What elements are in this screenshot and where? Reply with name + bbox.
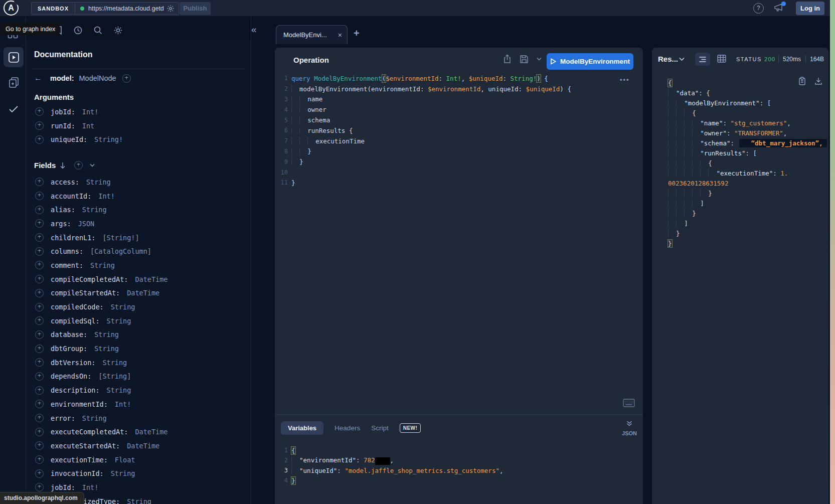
run-operation-button[interactable]: ModelByEnvironment bbox=[547, 53, 633, 70]
add-field-icon[interactable]: + bbox=[35, 261, 44, 269]
field-type[interactable]: DateTime bbox=[135, 275, 168, 283]
field-type[interactable]: Float bbox=[115, 456, 135, 464]
field-type[interactable]: DateTime bbox=[127, 289, 159, 297]
back-icon[interactable]: ← bbox=[34, 74, 42, 83]
save-menu-chevron-icon[interactable] bbox=[537, 57, 542, 61]
close-tab-icon[interactable]: × bbox=[338, 32, 342, 39]
login-button[interactable]: Log in bbox=[796, 2, 824, 15]
field-type[interactable]: String bbox=[107, 317, 131, 325]
add-field-icon[interactable]: + bbox=[122, 74, 131, 83]
field-type[interactable]: String bbox=[82, 414, 107, 422]
sidebar-item-checks[interactable] bbox=[8, 103, 20, 115]
field-type[interactable]: String bbox=[94, 330, 119, 339]
breadcrumb-type-link[interactable]: ModelNode bbox=[79, 74, 116, 82]
add-field-icon[interactable]: + bbox=[35, 428, 44, 436]
apollo-logo[interactable]: A bbox=[4, 1, 19, 16]
variables-editor[interactable]: 1{2 "environmentId": 782 ,3 "uniqueId": … bbox=[275, 445, 643, 485]
tab-headers[interactable]: Headers bbox=[335, 424, 360, 432]
field-type[interactable]: [String!] bbox=[102, 234, 139, 242]
add-all-fields-icon[interactable]: + bbox=[74, 161, 83, 170]
search-icon[interactable] bbox=[93, 26, 103, 35]
schema-field-row[interactable]: +compiledCode:String bbox=[34, 300, 245, 314]
field-type[interactable]: String bbox=[94, 345, 119, 353]
schema-field-row[interactable]: +database:String bbox=[34, 328, 245, 342]
schema-field-row[interactable]: +access:String bbox=[34, 175, 245, 189]
schema-field-row[interactable]: +error:String bbox=[34, 411, 245, 425]
history-icon[interactable] bbox=[73, 26, 83, 35]
add-field-icon[interactable]: + bbox=[35, 135, 44, 144]
response-panel-title[interactable]: Res... bbox=[658, 55, 678, 63]
sidebar-item-explorer[interactable] bbox=[4, 47, 24, 67]
schema-field-row[interactable]: +columns:[CatalogColumn] bbox=[34, 244, 245, 258]
schema-field-row[interactable]: +compileStartedAt:DateTime bbox=[34, 286, 245, 300]
schema-field-row[interactable]: +compileCompletedAt:DateTime bbox=[34, 272, 245, 286]
add-field-icon[interactable]: + bbox=[35, 441, 44, 450]
field-type[interactable]: Int! bbox=[115, 400, 131, 408]
field-type[interactable]: [String] bbox=[98, 372, 131, 380]
schema-field-row[interactable]: +compiledSql:String bbox=[34, 314, 245, 328]
schema-field-row[interactable]: +runId:Int bbox=[34, 119, 245, 133]
field-type[interactable]: String bbox=[127, 497, 151, 504]
add-field-icon[interactable]: + bbox=[35, 345, 44, 353]
schema-field-row[interactable]: +args:JSON bbox=[34, 217, 245, 231]
add-field-icon[interactable]: + bbox=[35, 469, 44, 478]
collapse-panel-icon[interactable] bbox=[626, 420, 633, 427]
schema-field-row[interactable]: +executeStartedAt:DateTime bbox=[34, 439, 245, 453]
add-field-icon[interactable]: + bbox=[35, 455, 44, 464]
new-tab-button[interactable]: + bbox=[354, 28, 360, 39]
add-field-icon[interactable]: + bbox=[35, 316, 44, 325]
publish-button[interactable]: Publish bbox=[180, 2, 211, 15]
chevron-down-icon[interactable] bbox=[90, 163, 95, 167]
field-type[interactable]: Int! bbox=[82, 483, 99, 491]
field-type[interactable]: DateTime bbox=[127, 442, 159, 450]
field-type[interactable]: String bbox=[90, 261, 115, 269]
add-field-icon[interactable]: + bbox=[35, 206, 44, 214]
add-field-icon[interactable]: + bbox=[35, 107, 44, 116]
response-viewer[interactable]: { "data": { "modelByEnvironment": [ { "n… bbox=[664, 78, 827, 248]
field-type[interactable]: String bbox=[111, 303, 135, 311]
schema-field-row[interactable]: +invocationId:String bbox=[34, 466, 245, 480]
add-field-icon[interactable]: + bbox=[35, 233, 44, 242]
endpoint-bar[interactable]: SANDBOX https://metadata.cloud.getd bbox=[31, 2, 179, 15]
add-field-icon[interactable]: + bbox=[35, 178, 44, 186]
add-field-icon[interactable]: + bbox=[35, 386, 44, 395]
response-menu-chevron-icon[interactable] bbox=[679, 57, 685, 61]
schema-field-row[interactable]: +dependsOn:[String] bbox=[34, 370, 245, 384]
field-type[interactable]: JSON bbox=[78, 220, 95, 228]
operation-tab[interactable]: ModelByEnvi... × bbox=[276, 25, 348, 44]
add-field-icon[interactable]: + bbox=[35, 121, 44, 130]
field-type[interactable]: String bbox=[82, 206, 107, 214]
schema-field-row[interactable]: +environmentId:Int! bbox=[34, 397, 245, 411]
share-icon[interactable] bbox=[503, 54, 512, 64]
field-type[interactable]: String bbox=[111, 469, 135, 477]
add-field-icon[interactable]: + bbox=[35, 414, 44, 422]
endpoint-url-input[interactable]: https://metadata.cloud.getd bbox=[88, 5, 164, 12]
announcements-icon[interactable] bbox=[773, 3, 784, 13]
schema-field-row[interactable]: +comment:String bbox=[34, 258, 245, 272]
table-view-icon[interactable] bbox=[717, 55, 726, 63]
schema-field-row[interactable]: +dbtGroup:String bbox=[34, 342, 245, 356]
schema-field-row[interactable]: +uniqueId:String! bbox=[34, 132, 245, 146]
field-type[interactable]: String bbox=[107, 386, 131, 394]
add-field-icon[interactable]: + bbox=[35, 358, 44, 367]
collapse-sidebar-icon[interactable]: « bbox=[251, 24, 257, 35]
sidebar-item-schema[interactable] bbox=[8, 76, 20, 89]
add-field-icon[interactable]: + bbox=[35, 289, 44, 297]
field-type[interactable]: DateTime bbox=[135, 428, 168, 436]
add-field-icon[interactable]: + bbox=[35, 303, 44, 311]
schema-field-row[interactable]: +dbtVersion:String bbox=[34, 356, 245, 370]
add-field-icon[interactable]: + bbox=[35, 330, 44, 339]
sort-fields-icon[interactable] bbox=[59, 161, 66, 170]
add-field-icon[interactable]: + bbox=[35, 372, 44, 381]
field-type[interactable]: String bbox=[102, 359, 127, 367]
operation-editor[interactable]: 1query ModelByEnvironment($environmentId… bbox=[275, 73, 643, 188]
help-icon[interactable]: ? bbox=[753, 3, 764, 14]
field-type[interactable]: Int! bbox=[82, 108, 99, 116]
tab-script[interactable]: Script bbox=[371, 424, 389, 432]
field-type[interactable]: String bbox=[86, 178, 111, 186]
tab-variables[interactable]: Variables bbox=[281, 421, 323, 435]
field-type[interactable]: Int bbox=[82, 122, 94, 130]
schema-field-row[interactable]: +executionTime:Float bbox=[34, 453, 245, 467]
schema-field-row[interactable]: +jobId:Int! bbox=[34, 105, 245, 119]
add-field-icon[interactable]: + bbox=[35, 483, 44, 491]
